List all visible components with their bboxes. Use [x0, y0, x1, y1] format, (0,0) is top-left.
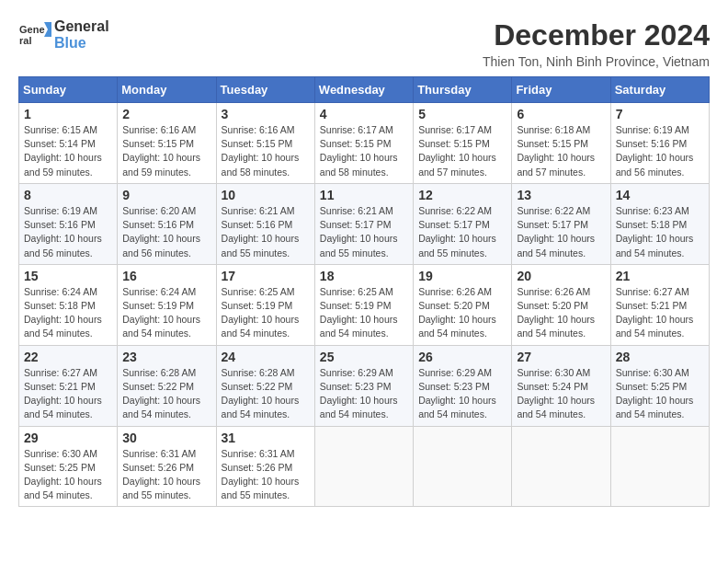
- day-number: 24: [222, 350, 310, 364]
- table-row: 12 Sunrise: 6:22 AM Sunset: 5:17 PM Dayl…: [414, 183, 512, 264]
- table-row: 26 Sunrise: 6:29 AM Sunset: 5:23 PM Dayl…: [414, 345, 512, 426]
- day-number: 9: [122, 188, 210, 202]
- day-info: Sunrise: 6:26 AM Sunset: 5:20 PM Dayligh…: [517, 285, 605, 341]
- header-wednesday: Wednesday: [314, 77, 413, 103]
- day-number: 4: [320, 107, 408, 121]
- table-row: 19 Sunrise: 6:26 AM Sunset: 5:20 PM Dayl…: [414, 264, 512, 345]
- header-thursday: Thursday: [414, 77, 512, 103]
- calendar-week-1: 1 Sunrise: 6:15 AM Sunset: 5:14 PM Dayli…: [19, 103, 710, 184]
- calendar-table: Sunday Monday Tuesday Wednesday Thursday…: [18, 76, 710, 507]
- day-number: 23: [122, 350, 210, 364]
- table-row: 27 Sunrise: 6:30 AM Sunset: 5:24 PM Dayl…: [512, 345, 610, 426]
- logo-icon: Gene ral: [18, 18, 51, 52]
- svg-text:ral: ral: [19, 35, 31, 46]
- day-number: 16: [122, 269, 210, 283]
- day-number: 14: [616, 188, 704, 202]
- table-row: 1 Sunrise: 6:15 AM Sunset: 5:14 PM Dayli…: [19, 103, 118, 184]
- table-row: 18 Sunrise: 6:25 AM Sunset: 5:19 PM Dayl…: [314, 264, 413, 345]
- day-info: Sunrise: 6:17 AM Sunset: 5:15 PM Dayligh…: [418, 123, 506, 179]
- day-info: Sunrise: 6:29 AM Sunset: 5:23 PM Dayligh…: [320, 366, 408, 422]
- day-number: 26: [418, 350, 506, 364]
- table-row: 8 Sunrise: 6:19 AM Sunset: 5:16 PM Dayli…: [19, 183, 118, 264]
- calendar-week-4: 22 Sunrise: 6:27 AM Sunset: 5:21 PM Dayl…: [19, 345, 710, 426]
- day-number: 28: [616, 350, 704, 364]
- day-number: 13: [517, 188, 605, 202]
- table-row: [610, 426, 709, 507]
- day-number: 21: [616, 269, 704, 283]
- day-info: Sunrise: 6:23 AM Sunset: 5:18 PM Dayligh…: [616, 204, 704, 260]
- day-number: 22: [24, 350, 112, 364]
- day-number: 30: [122, 431, 210, 445]
- day-info: Sunrise: 6:24 AM Sunset: 5:18 PM Dayligh…: [24, 285, 112, 341]
- table-row: 9 Sunrise: 6:20 AM Sunset: 5:16 PM Dayli…: [118, 183, 216, 264]
- day-number: 2: [122, 107, 210, 121]
- day-number: 15: [24, 269, 112, 283]
- location-subtitle: Thien Ton, Ninh Binh Province, Vietnam: [483, 54, 710, 69]
- day-info: Sunrise: 6:17 AM Sunset: 5:15 PM Dayligh…: [320, 123, 408, 179]
- day-number: 18: [320, 269, 408, 283]
- table-row: 4 Sunrise: 6:17 AM Sunset: 5:15 PM Dayli…: [314, 103, 413, 184]
- day-info: Sunrise: 6:15 AM Sunset: 5:14 PM Dayligh…: [24, 123, 112, 179]
- table-row: 29 Sunrise: 6:30 AM Sunset: 5:25 PM Dayl…: [19, 426, 118, 507]
- table-row: 20 Sunrise: 6:26 AM Sunset: 5:20 PM Dayl…: [512, 264, 610, 345]
- day-info: Sunrise: 6:28 AM Sunset: 5:22 PM Dayligh…: [222, 366, 310, 422]
- calendar-week-5: 29 Sunrise: 6:30 AM Sunset: 5:25 PM Dayl…: [19, 426, 710, 507]
- table-row: [512, 426, 610, 507]
- day-info: Sunrise: 6:19 AM Sunset: 5:16 PM Dayligh…: [24, 204, 112, 260]
- table-row: 13 Sunrise: 6:22 AM Sunset: 5:17 PM Dayl…: [512, 183, 610, 264]
- day-info: Sunrise: 6:19 AM Sunset: 5:16 PM Dayligh…: [616, 123, 704, 179]
- day-info: Sunrise: 6:30 AM Sunset: 5:24 PM Dayligh…: [517, 366, 605, 422]
- day-info: Sunrise: 6:31 AM Sunset: 5:26 PM Dayligh…: [122, 447, 210, 503]
- table-row: 31 Sunrise: 6:31 AM Sunset: 5:26 PM Dayl…: [216, 426, 314, 507]
- day-info: Sunrise: 6:24 AM Sunset: 5:19 PM Dayligh…: [122, 285, 210, 341]
- table-row: 6 Sunrise: 6:18 AM Sunset: 5:15 PM Dayli…: [512, 103, 610, 184]
- table-row: 11 Sunrise: 6:21 AM Sunset: 5:17 PM Dayl…: [314, 183, 413, 264]
- table-row: 21 Sunrise: 6:27 AM Sunset: 5:21 PM Dayl…: [610, 264, 709, 345]
- table-row: 2 Sunrise: 6:16 AM Sunset: 5:15 PM Dayli…: [118, 103, 216, 184]
- header-saturday: Saturday: [610, 77, 709, 103]
- day-info: Sunrise: 6:22 AM Sunset: 5:17 PM Dayligh…: [418, 204, 506, 260]
- day-number: 10: [222, 188, 310, 202]
- day-info: Sunrise: 6:16 AM Sunset: 5:15 PM Dayligh…: [222, 123, 310, 179]
- day-number: 29: [24, 431, 112, 445]
- day-number: 12: [418, 188, 506, 202]
- table-row: 23 Sunrise: 6:28 AM Sunset: 5:22 PM Dayl…: [118, 345, 216, 426]
- day-info: Sunrise: 6:30 AM Sunset: 5:25 PM Dayligh…: [24, 447, 112, 503]
- day-info: Sunrise: 6:25 AM Sunset: 5:19 PM Dayligh…: [222, 285, 310, 341]
- table-row: 3 Sunrise: 6:16 AM Sunset: 5:15 PM Dayli…: [216, 103, 314, 184]
- table-row: 10 Sunrise: 6:21 AM Sunset: 5:16 PM Dayl…: [216, 183, 314, 264]
- svg-marker-3: [44, 22, 51, 37]
- table-row: 28 Sunrise: 6:30 AM Sunset: 5:25 PM Dayl…: [610, 345, 709, 426]
- day-info: Sunrise: 6:27 AM Sunset: 5:21 PM Dayligh…: [616, 285, 704, 341]
- day-number: 19: [418, 269, 506, 283]
- header-friday: Friday: [512, 77, 610, 103]
- title-section: December 2024 Thien Ton, Ninh Binh Provi…: [483, 18, 710, 69]
- table-row: 25 Sunrise: 6:29 AM Sunset: 5:23 PM Dayl…: [314, 345, 413, 426]
- day-info: Sunrise: 6:18 AM Sunset: 5:15 PM Dayligh…: [517, 123, 605, 179]
- header-tuesday: Tuesday: [216, 77, 314, 103]
- day-number: 5: [418, 107, 506, 121]
- table-row: 14 Sunrise: 6:23 AM Sunset: 5:18 PM Dayl…: [610, 183, 709, 264]
- table-row: 15 Sunrise: 6:24 AM Sunset: 5:18 PM Dayl…: [19, 264, 118, 345]
- day-number: 1: [24, 107, 112, 121]
- header-monday: Monday: [118, 77, 216, 103]
- table-row: [314, 426, 413, 507]
- calendar-header-row: Sunday Monday Tuesday Wednesday Thursday…: [19, 77, 710, 103]
- day-info: Sunrise: 6:31 AM Sunset: 5:26 PM Dayligh…: [222, 447, 310, 503]
- day-info: Sunrise: 6:16 AM Sunset: 5:15 PM Dayligh…: [122, 123, 210, 179]
- table-row: 24 Sunrise: 6:28 AM Sunset: 5:22 PM Dayl…: [216, 345, 314, 426]
- day-number: 17: [222, 269, 310, 283]
- day-info: Sunrise: 6:22 AM Sunset: 5:17 PM Dayligh…: [517, 204, 605, 260]
- page-header: Gene ral General Blue December 2024 Thie…: [18, 18, 710, 69]
- day-number: 31: [222, 431, 310, 445]
- day-number: 27: [517, 350, 605, 364]
- table-row: [414, 426, 512, 507]
- day-number: 25: [320, 350, 408, 364]
- header-sunday: Sunday: [19, 77, 118, 103]
- table-row: 16 Sunrise: 6:24 AM Sunset: 5:19 PM Dayl…: [118, 264, 216, 345]
- day-info: Sunrise: 6:21 AM Sunset: 5:16 PM Dayligh…: [222, 204, 310, 260]
- table-row: 22 Sunrise: 6:27 AM Sunset: 5:21 PM Dayl…: [19, 345, 118, 426]
- calendar-week-2: 8 Sunrise: 6:19 AM Sunset: 5:16 PM Dayli…: [19, 183, 710, 264]
- day-info: Sunrise: 6:27 AM Sunset: 5:21 PM Dayligh…: [24, 366, 112, 422]
- day-number: 3: [222, 107, 310, 121]
